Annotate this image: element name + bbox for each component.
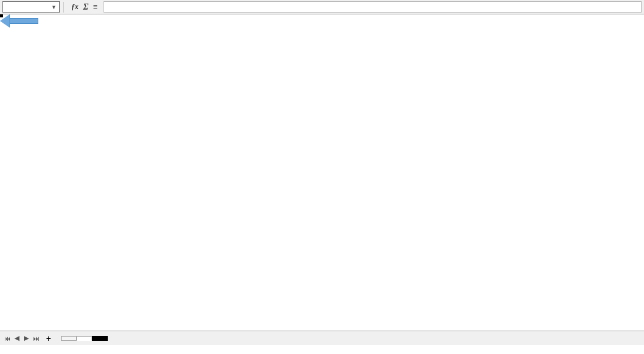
tab-nav-last[interactable]: ⏭ — [31, 334, 41, 343]
sheet-tab-1[interactable] — [61, 336, 77, 341]
formula-bar: ▼ ƒx Σ = — [0, 0, 644, 14]
tab-nav-first[interactable]: ⏮ — [2, 334, 12, 343]
spreadsheet-grid[interactable] — [0, 14, 644, 331]
sheet-tab-bar: ⏮ ◀ ▶ ⏭ + — [0, 331, 644, 345]
tab-nav-prev[interactable]: ◀ — [12, 334, 22, 343]
sheet-tab-3[interactable] — [92, 336, 108, 341]
formula-icons: ƒx Σ = — [68, 2, 98, 12]
sheet-tab-2[interactable] — [77, 336, 92, 341]
equals-icon[interactable]: = — [93, 3, 98, 11]
arrow-shape[interactable] — [0, 14, 38, 28]
fx-icon[interactable]: ƒx — [71, 2, 78, 11]
add-sheet-button[interactable]: + — [43, 334, 54, 343]
tab-nav-next[interactable]: ▶ — [22, 334, 31, 343]
formula-input[interactable] — [104, 1, 642, 13]
sigma-icon[interactable]: Σ — [83, 2, 89, 12]
name-box[interactable]: ▼ — [2, 1, 60, 13]
dropdown-icon[interactable]: ▼ — [50, 4, 58, 10]
